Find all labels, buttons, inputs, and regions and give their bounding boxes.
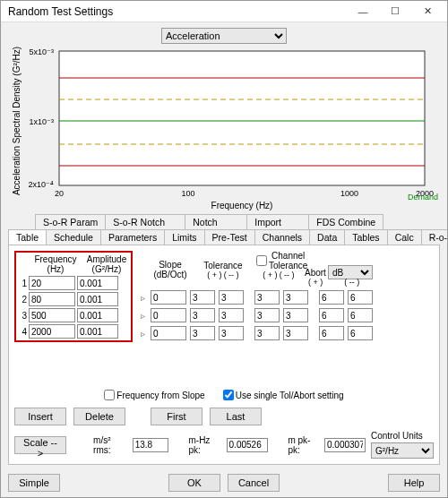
mpkpk-label: m pk-pk: [288, 435, 319, 455]
slope-input[interactable] [151, 326, 186, 340]
tol-plus-input[interactable] [190, 326, 215, 340]
col-header-freq: Frequency (Hz) [30, 254, 81, 274]
tab-row-upper: S-o-R Param S-o-R Notch Notch Import FDS… [8, 214, 440, 230]
y-axis-label: Acceleration Spectral Density (G²/Hz) [12, 47, 22, 195]
abort-plus-input[interactable] [319, 308, 344, 322]
tab-schedule[interactable]: Schedule [46, 229, 101, 245]
frequency-input[interactable] [29, 324, 75, 339]
amplitude-input[interactable] [77, 308, 118, 322]
mhzpk-label: m-Hz pk: [188, 435, 220, 455]
minimize-button[interactable]: — [347, 2, 379, 21]
spectrum-plot: 5x10⁻³ 1x10⁻³ 2x10⁻⁴ 20 100 1000 2000 Fr… [8, 46, 440, 212]
freq-from-slope-checkbox[interactable]: Frequency from Slope [104, 390, 204, 400]
amplitude-input[interactable] [77, 324, 118, 339]
help-button[interactable]: Help [388, 474, 440, 492]
ctol-plus-input[interactable] [254, 308, 280, 322]
first-button[interactable]: First [151, 408, 202, 425]
tab-limits[interactable]: Limits [164, 229, 204, 245]
tab-notch[interactable]: Notch [185, 214, 247, 229]
table-row: 4 [18, 324, 129, 339]
table-row: 1 [18, 276, 129, 290]
slope-input[interactable] [151, 308, 186, 322]
cancel-button[interactable]: Cancel [228, 474, 280, 492]
frequency-input[interactable] [29, 276, 75, 290]
tol-minus-input[interactable] [219, 290, 244, 305]
window: Random Test Settings — ☐ ✕ Acceleration … [0, 0, 448, 498]
col-header-amp: Amplitude (G²/Hz) [84, 254, 129, 274]
tab-pretest[interactable]: Pre-Test [204, 229, 255, 245]
frequency-input[interactable] [29, 292, 75, 306]
abort-minus-input[interactable] [348, 290, 373, 305]
simple-button[interactable]: Simple [8, 474, 60, 492]
tab-channels[interactable]: Channels [254, 229, 310, 245]
amplitude-input[interactable] [77, 276, 118, 290]
control-units-label: Control Units [371, 431, 423, 441]
abort-minus-input[interactable] [348, 326, 373, 340]
col-header-slope: Slope (dB/Oct) [151, 260, 190, 279]
slope-input[interactable] [151, 290, 186, 305]
tab-sor-param[interactable]: S-o-R Param [35, 214, 106, 229]
col-header-abort: Abort [305, 268, 326, 278]
abort-plus-input[interactable] [319, 326, 344, 340]
titlebar: Random Test Settings — ☐ ✕ [1, 1, 447, 22]
delete-button[interactable]: Delete [73, 408, 125, 425]
tol-plus-input[interactable] [190, 290, 215, 305]
tol-minus-input[interactable] [219, 326, 244, 340]
table-row: 2 [18, 292, 129, 306]
insert-button[interactable]: Insert [14, 408, 66, 425]
tab-table[interactable]: Table [8, 229, 47, 245]
scale-button[interactable]: Scale --> [14, 436, 66, 454]
ctol-minus-input[interactable] [283, 326, 308, 340]
tab-calc[interactable]: Calc [387, 229, 422, 245]
svg-text:20: 20 [55, 189, 64, 198]
arrow-icon: ▹ [138, 329, 147, 339]
rms-value[interactable] [133, 438, 168, 452]
tol-plus-input[interactable] [190, 308, 215, 322]
signal-type-select[interactable]: Acceleration [161, 28, 287, 44]
tolerance-row: ▹ [138, 308, 434, 322]
abort-minus-input[interactable] [348, 308, 373, 322]
tab-parameters[interactable]: Parameters [100, 229, 165, 245]
svg-text:5x10⁻³: 5x10⁻³ [29, 47, 54, 56]
frequency-input[interactable] [29, 308, 75, 322]
svg-text:2x10⁻⁴: 2x10⁻⁴ [28, 180, 54, 189]
mpkpk-value[interactable] [324, 438, 366, 452]
tab-ror[interactable]: R-o-R [421, 229, 447, 245]
ctol-plus-input[interactable] [254, 326, 280, 340]
svg-text:1x10⁻³: 1x10⁻³ [29, 117, 54, 126]
row-index: 3 [18, 311, 27, 321]
close-button[interactable]: ✕ [411, 2, 444, 21]
tab-data[interactable]: Data [309, 229, 345, 245]
svg-text:100: 100 [181, 189, 194, 198]
svg-text:1000: 1000 [340, 189, 358, 198]
ok-button[interactable]: OK [168, 474, 220, 492]
control-units-select[interactable]: G²/Hz [371, 442, 434, 459]
tolerance-row: ▹ [138, 290, 434, 305]
tol-minus-input[interactable] [219, 308, 244, 322]
ctol-plus-input[interactable] [254, 290, 280, 305]
tab-sor-notch[interactable]: S-o-R Notch [105, 214, 185, 229]
dialog-button-bar: Simple OK Cancel Help [8, 468, 440, 492]
last-button[interactable]: Last [210, 408, 262, 425]
table-row: 3 [18, 308, 129, 322]
channel-tolerance-checkbox[interactable]: Channel Tolerance [256, 251, 301, 270]
tab-tables[interactable]: Tables [344, 229, 387, 245]
breakpoint-table: Frequency (Hz) Amplitude (G²/Hz) 1234 [14, 251, 133, 342]
tab-import[interactable]: Import [246, 214, 309, 229]
rms-label: m/s² rms: [93, 435, 127, 455]
tolerance-row: ▹ [138, 326, 434, 340]
col-header-tolerance: Tolerance [194, 261, 253, 270]
ctol-minus-input[interactable] [283, 308, 308, 322]
tab-row-lower: Table Schedule Parameters Limits Pre-Tes… [8, 229, 440, 245]
ctol-minus-input[interactable] [283, 290, 308, 305]
abort-plus-input[interactable] [319, 290, 344, 305]
window-title: Random Test Settings [8, 5, 347, 18]
row-index: 2 [18, 295, 27, 305]
tab-fds-combine[interactable]: FDS Combine [308, 214, 383, 229]
single-tol-checkbox[interactable]: Use single Tol/Abort setting [223, 390, 344, 400]
mhzpk-value[interactable] [227, 438, 268, 452]
arrow-icon: ▹ [138, 293, 147, 303]
arrow-icon: ▹ [138, 311, 147, 321]
maximize-button[interactable]: ☐ [379, 2, 411, 21]
amplitude-input[interactable] [77, 292, 118, 306]
